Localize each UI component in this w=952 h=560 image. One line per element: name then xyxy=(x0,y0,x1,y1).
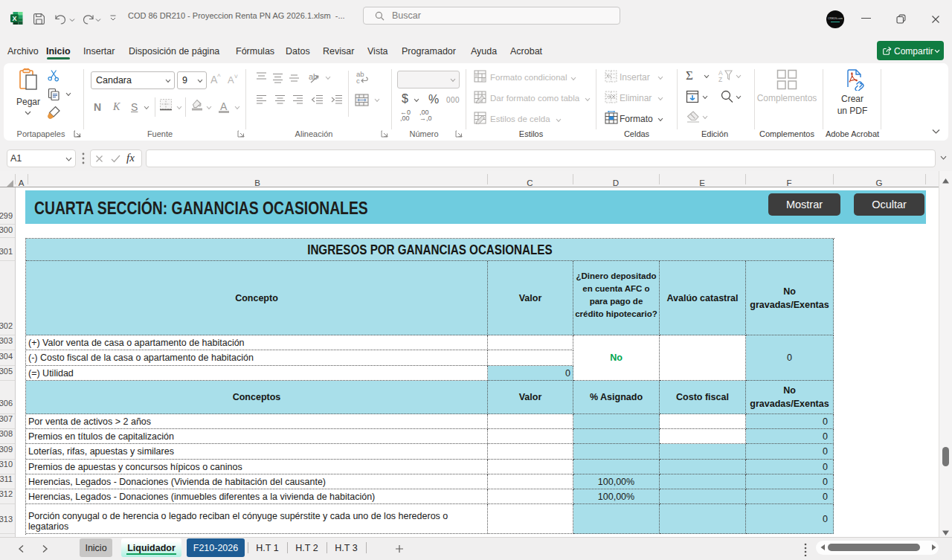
svg-text:c: c xyxy=(356,77,360,85)
svg-text:X: X xyxy=(12,15,16,22)
svg-text:ab: ab xyxy=(309,72,318,81)
svg-text:Z: Z xyxy=(718,76,722,83)
